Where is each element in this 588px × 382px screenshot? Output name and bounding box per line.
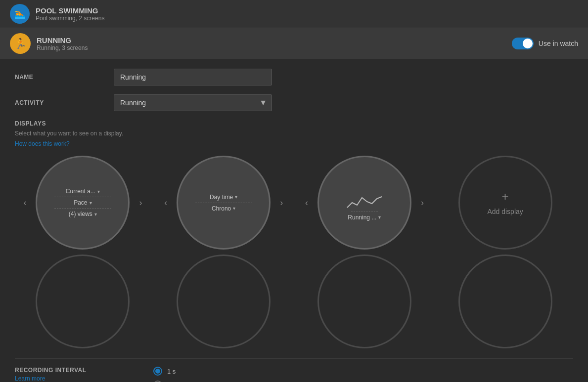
watch-1-item-current[interactable]: Current a... ▾ bbox=[66, 188, 100, 195]
recording-option-1s[interactable]: 1 s bbox=[153, 367, 180, 376]
watch-1-pace-chevron: ▾ bbox=[90, 200, 92, 206]
watch-2-chrono-chevron: ▾ bbox=[233, 206, 235, 211]
name-input[interactable] bbox=[114, 69, 272, 85]
watch-1-current-label: Current a... bbox=[66, 188, 95, 195]
displays-section: DISPLAYS Select what you want to see on … bbox=[15, 120, 573, 348]
watch-1-next-btn[interactable]: › bbox=[135, 196, 146, 210]
watch-1-prev-btn[interactable]: ‹ bbox=[19, 196, 30, 210]
main-content: NAME ACTIVITY Running ▼ DISPLAYS Select … bbox=[0, 59, 588, 382]
watch-2-daytime-chevron: ▾ bbox=[235, 194, 237, 200]
activity-label: ACTIVITY bbox=[15, 99, 114, 106]
use-in-watch-toggle-container[interactable]: Use in watch bbox=[512, 38, 578, 49]
recording-title: RECORDING INTERVAL bbox=[15, 367, 114, 374]
watch-face-1: Current a... ▾ Pace ▾ (4) views bbox=[36, 156, 130, 250]
recording-section: RECORDING INTERVAL Learn more 1 s 10 s bbox=[15, 358, 573, 382]
watch-cell-1: ‹ Current a... ▾ Pace ▾ bbox=[15, 156, 151, 250]
pool-swimming-subtitle: Pool swimming, 2 screens bbox=[36, 15, 104, 22]
watch-2-prev-btn[interactable]: ‹ bbox=[160, 196, 171, 210]
watch-face-b2 bbox=[177, 255, 271, 348]
running-left: 🏃 RUNNING Running, 3 screens bbox=[10, 33, 88, 54]
watch-2-daytime-label: Day time bbox=[210, 194, 233, 201]
watch-face-b4 bbox=[458, 255, 552, 348]
toggle-knob bbox=[523, 39, 533, 48]
watch-2-chrono-label: Chrono bbox=[212, 205, 231, 212]
activity-select[interactable]: Running bbox=[114, 94, 272, 111]
recording-label-col: RECORDING INTERVAL Learn more bbox=[15, 367, 114, 382]
pool-swimming-bar: 🏊 POOL SWIMMING Pool swimming, 2 screens bbox=[0, 0, 588, 28]
pool-swimming-info: POOL SWIMMING Pool swimming, 2 screens bbox=[36, 6, 104, 22]
recording-help-link[interactable]: Learn more bbox=[15, 375, 45, 382]
watch-1-current-chevron: ▾ bbox=[97, 189, 100, 194]
use-in-watch-toggle[interactable] bbox=[512, 38, 534, 49]
watch-grid-top: ‹ Current a... ▾ Pace ▾ bbox=[15, 156, 573, 250]
running-title: RUNNING bbox=[37, 36, 88, 44]
watch-face-add[interactable]: + Add display bbox=[458, 156, 552, 250]
recording-options: 1 s 10 s bbox=[153, 367, 180, 382]
watch-1-pace-label: Pace bbox=[74, 199, 87, 206]
watch-2-item-daytime[interactable]: Day time ▾ bbox=[210, 194, 237, 201]
watch-wrapper-2: ‹ Day time ▾ Chrono ▾ bbox=[169, 156, 278, 250]
running-activity-bar: 🏃 RUNNING Running, 3 screens Use in watc… bbox=[0, 28, 588, 59]
add-label: Add display bbox=[487, 208, 523, 215]
name-row: NAME bbox=[15, 69, 573, 85]
watch-3-item-running[interactable]: Running ... ▾ bbox=[348, 214, 381, 221]
watch-1-views-chevron: ▾ bbox=[94, 212, 97, 217]
running-subtitle: Running, 3 screens bbox=[37, 44, 88, 51]
running-info: RUNNING Running, 3 screens bbox=[37, 36, 88, 51]
watch-content-3: Running ... ▾ bbox=[319, 157, 410, 248]
recording-radio-inner-1s bbox=[155, 369, 160, 374]
running-icon: 🏃 bbox=[10, 33, 31, 54]
watch-1-item-pace[interactable]: Pace ▾ bbox=[74, 199, 91, 206]
watch-1-dotted-2 bbox=[54, 208, 111, 209]
displays-subtitle: Select what you want to see on a display… bbox=[15, 130, 573, 137]
name-label: NAME bbox=[15, 74, 114, 81]
watch-wrapper-4: + Add display bbox=[451, 156, 560, 250]
displays-title: DISPLAYS bbox=[15, 120, 573, 127]
watch-1-item-views[interactable]: (4) views ▾ bbox=[69, 211, 97, 217]
watch-face-3: Running ... ▾ bbox=[317, 156, 411, 250]
watch-3-prev-btn[interactable]: ‹ bbox=[301, 196, 312, 210]
watch-face-2: Day time ▾ Chrono ▾ bbox=[177, 156, 271, 250]
watch-cell-4: + Add display bbox=[437, 156, 573, 250]
watch-cell-2: ‹ Day time ▾ Chrono ▾ bbox=[156, 156, 292, 250]
activity-row: ACTIVITY Running ▼ bbox=[15, 94, 573, 111]
watch-add-content: + Add display bbox=[487, 190, 523, 215]
watch-1-views-label: (4) views bbox=[69, 211, 92, 217]
watch-cell-b3 bbox=[297, 255, 433, 348]
recording-label-1s: 1 s bbox=[167, 368, 176, 375]
pool-swimming-icon: 🏊 bbox=[10, 4, 30, 24]
activity-select-wrapper: Running ▼ bbox=[114, 94, 272, 111]
add-icon: + bbox=[502, 190, 509, 204]
watch-2-next-btn[interactable]: › bbox=[276, 196, 287, 210]
watch-wrapper-3: ‹ Running ... ▾ bbox=[310, 156, 419, 250]
watch-1-dotted-1 bbox=[54, 197, 111, 197]
watch-face-b1 bbox=[36, 255, 130, 348]
recording-radio-1s[interactable] bbox=[153, 367, 162, 376]
watch-2-dotted bbox=[195, 203, 252, 203]
watch-3-running-label: Running ... bbox=[348, 214, 376, 221]
recording-row: RECORDING INTERVAL Learn more 1 s 10 s bbox=[15, 367, 573, 382]
watch-content-2: Day time ▾ Chrono ▾ bbox=[178, 157, 269, 248]
watch-2-item-chrono[interactable]: Chrono ▾ bbox=[212, 205, 235, 212]
watch-cell-b2 bbox=[156, 255, 292, 348]
pool-swimming-left: 🏊 POOL SWIMMING Pool swimming, 2 screens bbox=[10, 4, 104, 24]
watch-3-running-chevron: ▾ bbox=[378, 214, 381, 220]
watch-graph-svg bbox=[345, 193, 384, 212]
watch-grid-bottom bbox=[15, 255, 573, 348]
watch-face-b3 bbox=[317, 255, 411, 348]
watch-cell-3: ‹ Running ... ▾ bbox=[297, 156, 433, 250]
watch-content-1: Current a... ▾ Pace ▾ (4) views bbox=[37, 157, 128, 248]
toggle-label: Use in watch bbox=[539, 40, 578, 47]
displays-help-link[interactable]: How does this work? bbox=[15, 140, 70, 147]
watch-wrapper-1: ‹ Current a... ▾ Pace ▾ bbox=[28, 156, 137, 250]
watch-3-next-btn[interactable]: › bbox=[417, 196, 428, 210]
pool-swimming-title: POOL SWIMMING bbox=[36, 6, 104, 15]
watch-cell-b1 bbox=[15, 255, 151, 348]
watch-cell-b4 bbox=[437, 255, 573, 348]
